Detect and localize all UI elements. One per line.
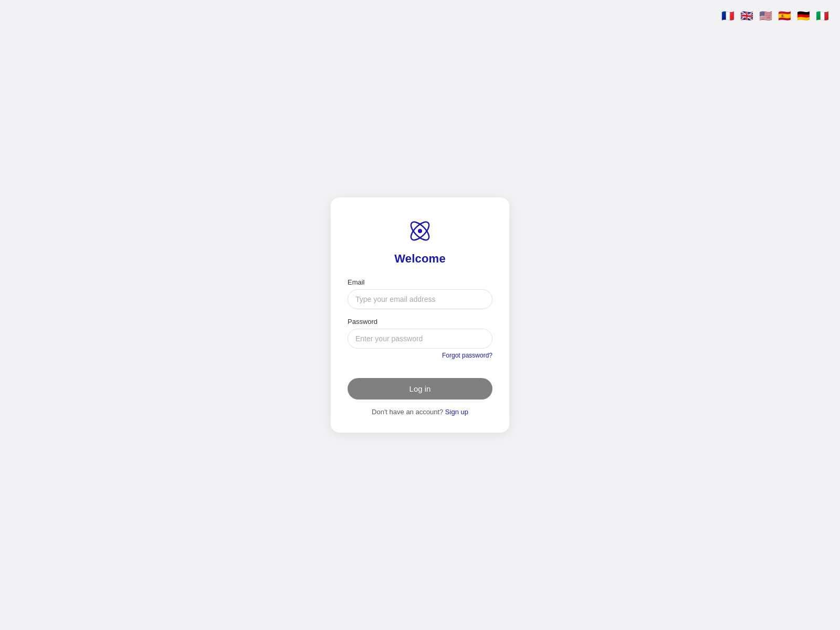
forgot-row: Forgot password?: [348, 352, 492, 359]
spanish-flag[interactable]: 🇪🇸: [777, 8, 792, 23]
email-label: Email: [348, 278, 492, 286]
language-bar: 🇫🇷 🇬🇧 🇺🇸 🇪🇸 🇩🇪 🇮🇹: [720, 8, 830, 23]
login-card: Welcome Email Password Forgot password? …: [331, 197, 509, 433]
welcome-title: Welcome: [394, 252, 446, 266]
english-us-flag[interactable]: 🇺🇸: [758, 8, 773, 23]
signup-prompt: Don't have an account?: [372, 408, 443, 416]
signup-link[interactable]: Sign up: [445, 408, 468, 416]
login-button[interactable]: Log in: [348, 378, 492, 400]
italian-flag[interactable]: 🇮🇹: [815, 8, 830, 23]
signup-row: Don't have an account? Sign up: [348, 408, 492, 416]
svg-point-2: [418, 229, 422, 233]
logo-area: Welcome: [394, 216, 446, 266]
password-input[interactable]: [348, 329, 492, 349]
email-group: Email: [348, 278, 492, 309]
app-logo: [405, 216, 435, 246]
german-flag[interactable]: 🇩🇪: [796, 8, 811, 23]
french-flag[interactable]: 🇫🇷: [720, 8, 735, 23]
english-uk-flag[interactable]: 🇬🇧: [739, 8, 754, 23]
password-label: Password: [348, 318, 492, 326]
email-input[interactable]: [348, 289, 492, 309]
login-form: Email Password Forgot password? Log in D…: [348, 278, 492, 416]
forgot-password-link[interactable]: Forgot password?: [442, 352, 492, 359]
password-group: Password Forgot password?: [348, 318, 492, 359]
